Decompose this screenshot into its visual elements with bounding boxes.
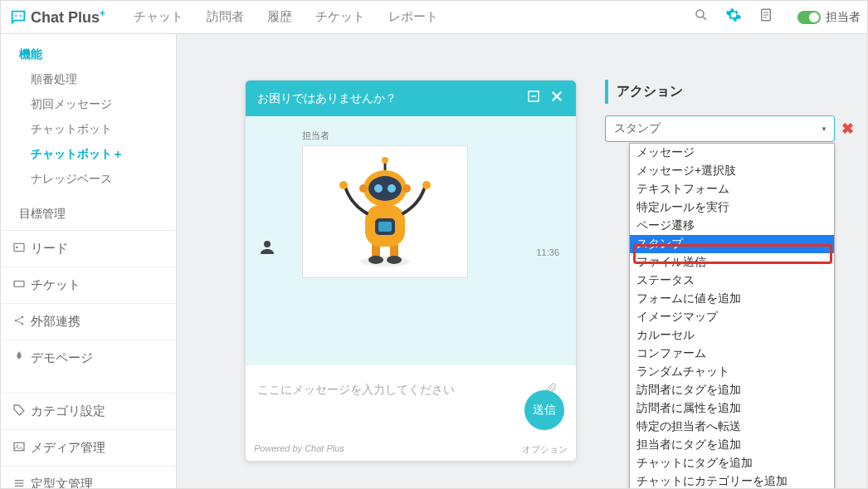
- dropdown-option[interactable]: 訪問者にタグを追加: [630, 381, 834, 399]
- svg-point-25: [360, 257, 410, 267]
- svg-point-41: [359, 184, 368, 193]
- nav-visitors[interactable]: 訪問者: [207, 9, 244, 25]
- svg-point-1: [20, 15, 22, 17]
- sidebar-item-firstmsg[interactable]: 初回メッセージ: [1, 92, 176, 117]
- sidebar-group-demo[interactable]: デモページ: [1, 340, 176, 376]
- nav-report[interactable]: レポート: [388, 9, 438, 25]
- lead-icon: [12, 241, 31, 257]
- minimize-icon[interactable]: [526, 89, 541, 108]
- list-icon: [12, 477, 31, 488]
- logo-icon: [9, 8, 27, 27]
- sidebar-group-lead[interactable]: リード: [1, 230, 176, 267]
- svg-line-15: [17, 321, 21, 324]
- dropdown-option[interactable]: 特定の担当者へ転送: [630, 418, 834, 436]
- gear-icon[interactable]: [717, 7, 750, 27]
- action-panel: アクション スタンプ ✖: [605, 80, 854, 142]
- logo[interactable]: Chat Plus+: [9, 7, 105, 27]
- chat-body: 担当者: [246, 116, 576, 365]
- svg-point-11: [15, 320, 17, 322]
- dropdown-option[interactable]: ステータス: [630, 271, 834, 290]
- dropdown-option[interactable]: チャットにタグを追加: [630, 454, 834, 472]
- action-dropdown[interactable]: メッセージメッセージ+選択肢テキストフォーム特定ルールを実行ページ遷移スタンプフ…: [629, 143, 835, 489]
- dropdown-option[interactable]: 特定ルールを実行: [630, 198, 834, 217]
- dropdown-option[interactable]: ランダムチャット: [630, 363, 834, 381]
- svg-point-28: [368, 256, 383, 264]
- status-label: 担当者: [826, 10, 861, 25]
- action-select[interactable]: スタンプ: [605, 115, 835, 142]
- sidebar-group-ticket[interactable]: チケット: [1, 267, 176, 303]
- svg-point-40: [382, 157, 388, 164]
- svg-line-3: [703, 17, 706, 20]
- svg-point-36: [368, 176, 402, 201]
- close-icon[interactable]: [549, 89, 564, 108]
- sidebar-item-knowledge[interactable]: ナレッジベース: [1, 167, 176, 192]
- sidebar-item-goal[interactable]: 目標管理: [1, 198, 176, 230]
- sidebar-group-template[interactable]: 定型文管理: [1, 466, 176, 488]
- dropdown-option[interactable]: メッセージ: [630, 144, 834, 162]
- msg-sender: 担当者: [302, 130, 568, 142]
- svg-point-37: [374, 184, 383, 193]
- sidebar-group-category[interactable]: カテゴリ設定: [1, 393, 176, 429]
- send-button[interactable]: 送信: [524, 390, 564, 430]
- sidebar-group-functions[interactable]: 機能: [1, 42, 176, 67]
- dropdown-option[interactable]: フォームに値を追加: [630, 290, 834, 308]
- option-link[interactable]: オプション: [522, 443, 568, 456]
- chat-header: お困りではありませんか？: [246, 81, 576, 116]
- ticket-icon: [12, 277, 31, 293]
- dropdown-option[interactable]: ページ遷移: [630, 217, 834, 235]
- svg-point-29: [387, 256, 402, 264]
- status-toggle[interactable]: 担当者: [788, 10, 861, 25]
- nav-history[interactable]: 履歴: [267, 9, 292, 25]
- powered-by: Powered by Chat Plus: [254, 443, 522, 456]
- chat-footer: Powered by Chat Plus オプション: [246, 438, 576, 461]
- robot-icon: [335, 154, 435, 270]
- nav-chat[interactable]: チャット: [134, 9, 183, 25]
- sidebar-item-chatbot[interactable]: チャットボット: [1, 117, 176, 142]
- toggle-icon: [797, 11, 821, 24]
- msg-timestamp: 11:36: [536, 247, 559, 257]
- svg-point-2: [696, 10, 704, 17]
- sidebar-item-chatbotplus[interactable]: チャットボット＋: [1, 142, 176, 167]
- dropdown-option[interactable]: 訪問者に属性を追加: [630, 399, 834, 418]
- avatar-icon: [257, 237, 277, 262]
- svg-point-13: [22, 323, 24, 325]
- dropdown-option[interactable]: コンファーム: [630, 345, 834, 363]
- stamp-image: [302, 145, 468, 278]
- remove-action-icon[interactable]: ✖: [841, 120, 854, 138]
- svg-rect-32: [378, 222, 392, 232]
- svg-rect-8: [14, 243, 24, 251]
- dropdown-option[interactable]: 担当者にタグを追加: [630, 436, 834, 454]
- svg-point-42: [402, 184, 411, 193]
- sidebar-group-media[interactable]: メディア管理: [1, 429, 176, 466]
- dropdown-option[interactable]: スタンプ: [630, 235, 834, 253]
- dropdown-option[interactable]: テキストフォーム: [630, 180, 834, 198]
- dropdown-option[interactable]: メッセージ+選択肢: [630, 162, 834, 180]
- svg-point-33: [339, 181, 348, 189]
- dropdown-option[interactable]: ファイル送信: [630, 253, 834, 271]
- sidebar: 機能 順番処理 初回メッセージ チャットボット チャットボット＋ ナレッジベース…: [1, 34, 177, 488]
- content-area: お困りではありませんか？ 担当者: [177, 34, 867, 488]
- dropdown-option[interactable]: イメージマップ: [630, 308, 834, 326]
- nav-ticket[interactable]: チケット: [315, 9, 365, 25]
- chat-input[interactable]: ここにメッセージを入力してください: [257, 383, 544, 398]
- svg-point-9: [16, 247, 18, 249]
- dropdown-option[interactable]: カルーセル: [630, 326, 834, 345]
- svg-line-14: [17, 318, 21, 320]
- document-icon[interactable]: [750, 7, 782, 27]
- chat-input-area: ここにメッセージを入力してください 送信: [246, 365, 576, 438]
- rocket-icon: [12, 350, 31, 366]
- logo-text: Chat Plus+: [31, 7, 105, 27]
- search-icon[interactable]: [685, 7, 717, 27]
- chat-preview: お困りではありませんか？ 担当者: [245, 80, 577, 462]
- svg-rect-10: [14, 281, 24, 287]
- dropdown-option[interactable]: チャットにカテゴリーを追加: [630, 472, 834, 489]
- tag-icon: [12, 403, 31, 419]
- svg-point-43: [264, 241, 271, 247]
- share-icon: [12, 314, 31, 330]
- sidebar-item-order[interactable]: 順番処理: [1, 67, 176, 92]
- sidebar-group-integration[interactable]: 外部連携: [1, 303, 176, 340]
- header-right: 担当者: [685, 7, 867, 27]
- action-title: アクション: [605, 80, 854, 104]
- image-icon: [12, 440, 31, 456]
- top-header: Chat Plus+ チャット 訪問者 履歴 チケット レポート 担当者: [1, 1, 867, 34]
